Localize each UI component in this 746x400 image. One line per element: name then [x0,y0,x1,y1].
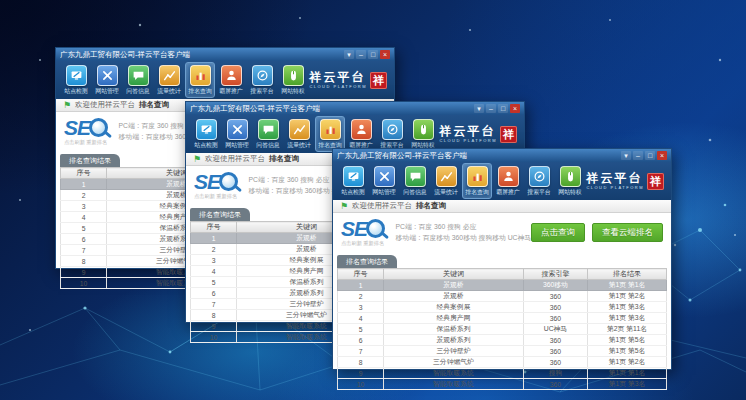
toolbar-item-search-platform[interactable]: 搜索平台 [524,163,554,199]
window-close-button[interactable]: × [380,50,390,59]
row-rank[interactable]: 第1页 第1名 [588,368,667,379]
row-rank[interactable]: 第1页 第1名 [588,280,667,291]
row-no[interactable]: 1 [61,179,107,190]
row-keyword[interactable]: 经典案例展 [384,302,524,313]
table-row[interactable]: 8三分钟燃气炉360第1页 第2名 [338,357,667,368]
window-titlebar[interactable]: 广东九鼎工贸有限公司-祥云平台客户端 ▾ – □ × [186,102,524,115]
window-dropdown-button[interactable]: ▾ [344,50,354,59]
column-header-0[interactable]: 序号 [338,269,384,280]
row-no[interactable]: 9 [191,321,237,332]
toolbar-item-site-manage[interactable]: 网站管理 [369,163,399,199]
row-rank[interactable]: 第1页 第2名 [588,291,667,302]
column-header-2[interactable]: 搜索引擎 [523,269,587,280]
row-no[interactable]: 3 [191,255,237,266]
row-engine[interactable]: 360 [523,302,587,313]
row-keyword[interactable]: 三分钟燃气炉 [384,357,524,368]
toolbar-item-site-privilege[interactable]: 网站特权 [408,116,438,152]
row-no[interactable]: 9 [61,267,107,278]
tab-rank-results[interactable]: 排名查询结果 [337,255,397,268]
toolbar-item-search-platform[interactable]: 搜索平台 [247,62,277,98]
row-no[interactable]: 8 [338,357,384,368]
row-rank[interactable]: 第1页 第3名 [588,379,667,390]
table-row[interactable]: 5保温桥系列UC神马第2页 第11名 [338,324,667,335]
toolbar-item-rank-query[interactable]: 排名查询 [185,62,215,98]
toolbar-item-qa-info[interactable]: 问答信息 [400,163,430,199]
toolbar-item-site-check[interactable]: 站点检测 [61,62,91,98]
row-engine[interactable]: 360 [523,357,587,368]
tab-rank-results[interactable]: 排名查询结果 [190,208,250,221]
row-engine[interactable]: 360 [523,379,587,390]
table-row[interactable]: 9智能取暖系统搜狗第1页 第1名 [338,368,667,379]
row-no[interactable]: 10 [338,379,384,390]
row-keyword[interactable]: 景观桥 [384,291,524,302]
toolbar-item-traffic-stats[interactable]: 流量统计 [431,163,461,199]
window-minimize-button[interactable]: – [633,151,643,160]
column-header-3[interactable]: 排名结果 [588,269,667,280]
row-no[interactable]: 10 [61,278,107,289]
row-keyword[interactable]: 三分钟壁炉 [384,346,524,357]
table-row[interactable]: 3经典案例展360第1页 第3名 [338,302,667,313]
row-engine[interactable]: 360 [523,291,587,302]
row-rank[interactable]: 第1页 第5名 [588,346,667,357]
row-engine[interactable]: 360 [523,346,587,357]
row-no[interactable]: 2 [61,190,107,201]
window-minimize-button[interactable]: – [356,50,366,59]
window-titlebar[interactable]: 广东九鼎工贸有限公司-祥云平台客户端 ▾ – □ × [56,48,394,61]
window-maximize-button[interactable]: □ [368,50,378,59]
row-no[interactable]: 3 [338,302,384,313]
row-no[interactable]: 2 [338,291,384,302]
table-row[interactable]: 4经典房产网360第1页 第3名 [338,313,667,324]
toolbar-item-site-manage[interactable]: 网站管理 [92,62,122,98]
row-no[interactable]: 7 [191,299,237,310]
window-minimize-button[interactable]: – [486,104,496,113]
table-row[interactable]: 6景观桥系列360第1页 第5名 [338,335,667,346]
column-header-0[interactable]: 序号 [191,222,237,233]
window-maximize-button[interactable]: □ [645,151,655,160]
window-dropdown-button[interactable]: ▾ [474,104,484,113]
toolbar-item-qa-info[interactable]: 问答信息 [123,62,153,98]
toolbar-item-site-privilege[interactable]: 网站特权 [555,163,585,199]
table-row[interactable]: 1景观桥360移动第1页 第1名 [338,280,667,291]
row-rank[interactable]: 第1页 第2名 [588,357,667,368]
row-rank[interactable]: 第1页 第3名 [588,302,667,313]
toolbar-item-site-manage[interactable]: 网站管理 [222,116,252,152]
row-engine[interactable]: 360 [523,335,587,346]
row-no[interactable]: 7 [61,245,107,256]
window-maximize-button[interactable]: □ [498,104,508,113]
row-engine[interactable]: 360移动 [523,280,587,291]
toolbar-item-screen-promo[interactable]: 霸屏推广 [346,116,376,152]
toolbar-item-screen-promo[interactable]: 霸屏推广 [216,62,246,98]
row-no[interactable]: 5 [338,324,384,335]
column-header-0[interactable]: 序号 [61,168,107,179]
window-titlebar[interactable]: 广东九鼎工贸有限公司-祥云平台客户端 ▾ – □ × [333,149,671,162]
table-row[interactable]: 7三分钟壁炉360第1页 第5名 [338,346,667,357]
table-row[interactable]: 10智能取暖系统360第1页 第3名 [338,379,667,390]
row-no[interactable]: 4 [61,212,107,223]
toolbar-item-qa-info[interactable]: 问答信息 [253,116,283,152]
toolbar-item-site-privilege[interactable]: 网站特权 [278,62,308,98]
row-rank[interactable]: 第1页 第3名 [588,313,667,324]
row-no[interactable]: 9 [338,368,384,379]
row-no[interactable]: 6 [338,335,384,346]
row-keyword[interactable]: 经典房产网 [384,313,524,324]
row-no[interactable]: 5 [191,277,237,288]
row-no[interactable]: 8 [191,310,237,321]
row-engine[interactable]: 搜狗 [523,368,587,379]
row-engine[interactable]: 360 [523,313,587,324]
row-rank[interactable]: 第1页 第5名 [588,335,667,346]
row-no[interactable]: 8 [61,256,107,267]
toolbar-item-rank-query[interactable]: 排名查询 [315,116,345,152]
toolbar-item-traffic-stats[interactable]: 流量统计 [284,116,314,152]
row-keyword[interactable]: 景观桥系列 [384,335,524,346]
row-keyword[interactable]: 智能取暖系统 [384,379,524,390]
row-no[interactable]: 1 [191,233,237,244]
toolbar-item-site-check[interactable]: 站点检测 [338,163,368,199]
row-no[interactable]: 1 [338,280,384,291]
row-no[interactable]: 4 [191,266,237,277]
toolbar-item-screen-promo[interactable]: 霸屏推广 [493,163,523,199]
query-button[interactable]: 点击查询 [531,223,585,242]
window-close-button[interactable]: × [657,151,667,160]
tab-rank-results[interactable]: 排名查询结果 [60,154,120,167]
window-dropdown-button[interactable]: ▾ [621,151,631,160]
row-no[interactable]: 7 [338,346,384,357]
